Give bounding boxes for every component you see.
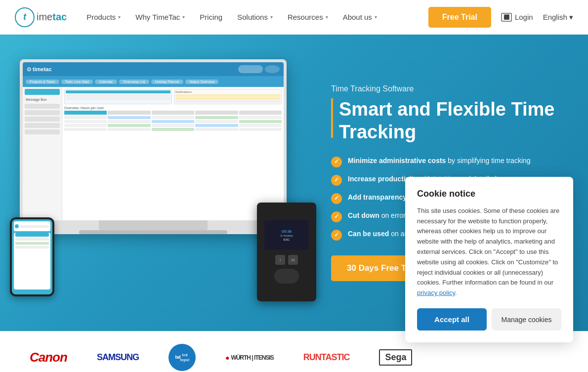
nav-links: Products ▾ Why TimeTac ▾ Pricing Solutio… <box>86 13 428 21</box>
nav-about-label: About us <box>343 13 372 21</box>
hero-subtitle: Time Tracking Software <box>331 84 573 93</box>
wurth-logo: ●WÜRTH | ITENSIS <box>225 354 274 362</box>
terminal-reader <box>274 269 299 284</box>
app-logo: ⊙ timetac <box>27 66 52 73</box>
desktop-mockup: ⊙ timetac Projects & Tasks Todo: Live St… <box>20 59 287 234</box>
terminal-button-2: M <box>288 255 298 265</box>
check-icon-1 <box>331 157 342 167</box>
phone-screen <box>12 219 52 294</box>
feature-1: Minimize administrative costs by simplif… <box>331 156 573 167</box>
nav-item-pricing[interactable]: Pricing <box>200 13 222 21</box>
cookie-body: This site uses cookies. Some of these co… <box>417 206 561 298</box>
app-sidebar: Message Box <box>23 87 62 220</box>
free-trial-button[interactable]: Free Trial <box>428 7 491 28</box>
chevron-down-icon: ▾ <box>326 14 328 20</box>
navbar: t imetac Products ▾ Why TimeTac ▾ Pricin… <box>0 0 588 35</box>
language-selector[interactable]: English ▾ <box>543 13 573 22</box>
login-label: Login <box>515 13 533 21</box>
chevron-down-icon: ▾ <box>118 14 121 20</box>
hero-title: Smart and Flexible Time Tracking <box>339 98 573 143</box>
app-nav-bar: Projects & Tasks Todo: Live Start Calend… <box>23 76 284 87</box>
hero-image-area: ⊙ timetac Projects & Tasks Todo: Live St… <box>0 54 321 311</box>
phone-screen-content <box>14 233 50 289</box>
login-link[interactable]: ⬛ Login <box>501 13 533 22</box>
nav-resources-label: Resources <box>288 13 323 21</box>
cookie-manage-button[interactable]: Manage cookies <box>492 308 561 331</box>
terminal-buttons: I M <box>275 255 298 265</box>
chevron-down-icon: ▾ <box>182 14 185 20</box>
cookie-buttons: Accept all Manage cookies <box>417 308 561 331</box>
app-main-area: Notifications Overview: Hours per User <box>62 87 284 220</box>
nav-item-solutions[interactable]: Solutions ▾ <box>237 13 273 21</box>
terminal-device: 09:38 ⊙ timetac ESC I M <box>257 203 316 301</box>
monitor-screen: ⊙ timetac Projects & Tasks Todo: Live St… <box>23 62 284 220</box>
check-icon-2 <box>331 175 342 186</box>
check-icon-4 <box>331 211 342 222</box>
nav-pricing-label: Pricing <box>200 13 222 21</box>
privacy-policy-link[interactable]: privacy policy <box>417 289 455 296</box>
monitor-base <box>79 230 227 234</box>
chevron-down-icon: ▾ <box>375 14 377 20</box>
nav-products-label: Products <box>86 13 116 21</box>
check-icon-3 <box>331 193 342 204</box>
logo-icon: t <box>15 7 35 27</box>
app-header: ⊙ timetac <box>23 62 284 76</box>
terminal-button-1: I <box>275 255 285 265</box>
language-label: English ▾ <box>543 13 573 22</box>
logo-text: imetac <box>37 11 67 23</box>
logo[interactable]: t imetac <box>15 7 67 27</box>
cookie-title: Cookie notice <box>417 189 561 199</box>
cookie-accept-button[interactable]: Accept all <box>417 308 487 331</box>
chevron-down-icon: ▾ <box>270 14 273 20</box>
check-icon-5 <box>331 230 342 241</box>
terminal-screen: 09:38 ⊙ timetac ESC <box>264 220 309 250</box>
nav-item-resources[interactable]: Resources ▾ <box>288 13 328 21</box>
runtastic-logo: RUNTASTIC <box>303 352 350 363</box>
monitor-stand <box>99 220 208 230</box>
login-icon: ⬛ <box>501 13 512 22</box>
nav-item-about[interactable]: About us ▾ <box>343 13 377 21</box>
feature-text-1: Minimize administrative costs by simplif… <box>348 156 531 166</box>
phone-mockup <box>10 217 54 296</box>
nav-why-label: Why TimeTac <box>135 13 180 21</box>
accent-bar <box>331 98 333 138</box>
sega-logo: Sega <box>379 349 412 366</box>
cookie-notice: Cookie notice This site uses cookies. So… <box>405 177 573 342</box>
hero-title-wrap: Smart and Flexible Time Tracking <box>331 98 573 143</box>
canon-logo: Canon <box>30 350 67 365</box>
samsung-logo: SAMSUNG <box>97 352 139 363</box>
nav-item-why[interactable]: Why TimeTac ▾ <box>135 13 185 21</box>
nav-item-products[interactable]: Products ▾ <box>86 13 121 21</box>
app-body: Message Box <box>23 87 284 220</box>
bel-logo: belfor allfor good <box>168 344 196 371</box>
nav-right: Free Trial ⬛ Login English ▾ <box>428 7 573 28</box>
nav-solutions-label: Solutions <box>237 13 268 21</box>
